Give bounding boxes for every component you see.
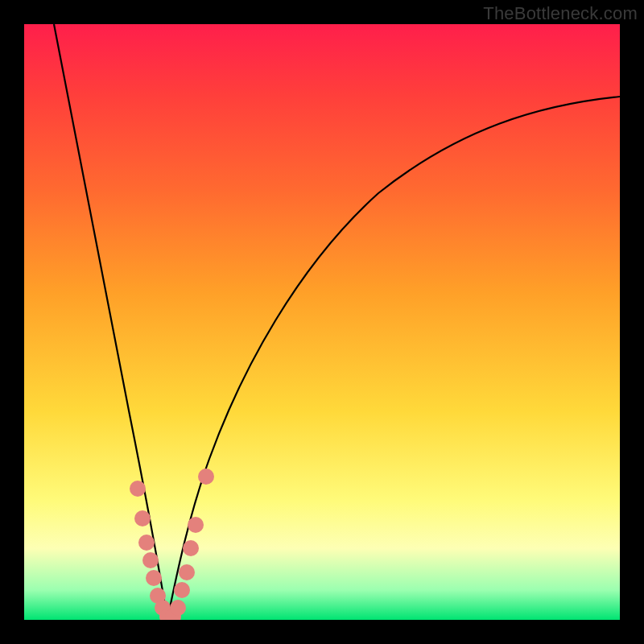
bottleneck-curve: [24, 24, 620, 620]
plot-area: [24, 24, 620, 620]
svg-point-0: [130, 481, 146, 497]
svg-point-14: [198, 469, 214, 485]
watermark-text: TheBottleneck.com: [483, 3, 638, 24]
svg-point-1: [134, 510, 151, 526]
curve-right-branch: [167, 97, 620, 620]
svg-point-13: [188, 517, 204, 533]
chart-frame: TheBottleneck.com: [0, 0, 644, 644]
svg-point-9: [170, 600, 186, 616]
svg-point-3: [142, 552, 159, 568]
svg-point-11: [179, 564, 195, 580]
curve-left-branch: [54, 24, 167, 620]
svg-point-10: [174, 582, 190, 598]
svg-point-4: [146, 570, 162, 586]
svg-point-2: [138, 535, 155, 551]
svg-point-12: [183, 540, 199, 556]
